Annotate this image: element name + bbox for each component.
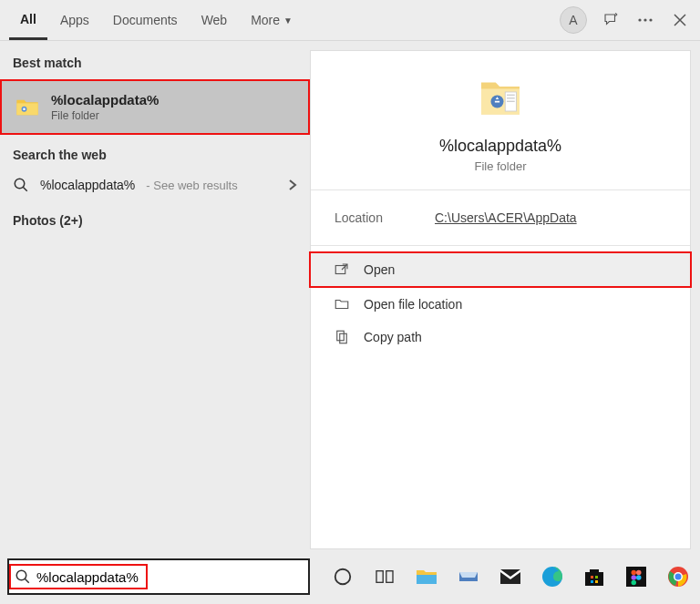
actions-list: Open Open file location Copy path — [311, 246, 690, 359]
taskbar-store-icon[interactable] — [582, 564, 607, 589]
user-avatar[interactable]: A — [560, 6, 587, 34]
svg-rect-22 — [591, 576, 593, 578]
svg-point-34 — [675, 574, 682, 580]
svg-point-27 — [632, 570, 637, 576]
taskbar — [0, 549, 700, 604]
svg-rect-25 — [595, 580, 598, 583]
svg-rect-17 — [386, 571, 393, 583]
svg-point-15 — [335, 569, 351, 585]
taskbar-cortana-icon[interactable] — [330, 564, 355, 589]
svg-rect-24 — [591, 580, 593, 583]
action-open-location[interactable]: Open file location — [311, 288, 690, 321]
svg-rect-11 — [335, 266, 345, 274]
location-path-link[interactable]: C:\Users\ACER\AppData — [435, 210, 577, 225]
chevron-right-icon — [288, 179, 297, 191]
svg-rect-26 — [626, 567, 646, 587]
svg-rect-12 — [337, 331, 345, 341]
open-icon — [333, 261, 351, 279]
close-icon[interactable] — [669, 9, 691, 31]
folder-icon — [15, 95, 40, 120]
chevron-down-icon: ▼ — [283, 15, 293, 26]
web-search-hint: - See web results — [146, 179, 237, 192]
location-label: Location — [335, 210, 435, 225]
photos-header[interactable]: Photos (2+) — [0, 208, 310, 233]
svg-point-1 — [643, 18, 646, 21]
svg-point-0 — [638, 18, 641, 21]
search-icon — [15, 568, 31, 585]
search-icon — [13, 177, 29, 193]
web-search-term: %localappdata% — [40, 178, 135, 192]
feedback-icon[interactable] — [600, 9, 622, 31]
tab-apps[interactable]: Apps — [49, 0, 100, 40]
tab-web[interactable]: Web — [190, 0, 239, 40]
svg-point-14 — [16, 570, 26, 580]
action-copy-path[interactable]: Copy path — [311, 321, 690, 353]
svg-rect-13 — [340, 333, 347, 343]
action-open-location-label: Open file location — [364, 297, 462, 312]
svg-point-30 — [636, 575, 642, 580]
svg-point-29 — [632, 575, 637, 580]
folder-location-icon — [333, 295, 351, 313]
best-match-subtitle: File folder — [51, 109, 159, 122]
best-match-item[interactable]: %localappdata% File folder — [0, 79, 310, 135]
svg-point-28 — [636, 570, 642, 576]
action-open-label: Open — [364, 262, 395, 277]
copy-icon — [333, 328, 351, 346]
svg-rect-9 — [507, 97, 515, 98]
taskbar-figma-icon[interactable] — [623, 564, 649, 589]
taskbar-mail-icon[interactable] — [498, 564, 523, 589]
more-options-icon[interactable] — [634, 9, 656, 31]
tab-all[interactable]: All — [9, 0, 47, 40]
search-box[interactable] — [7, 558, 310, 595]
tab-documents[interactable]: Documents — [102, 0, 189, 40]
search-input[interactable] — [36, 569, 303, 585]
taskbar-edge-icon[interactable] — [540, 564, 565, 589]
svg-rect-23 — [595, 576, 598, 578]
svg-point-31 — [632, 580, 637, 586]
tab-more[interactable]: More▼ — [240, 0, 304, 40]
svg-rect-10 — [507, 101, 515, 102]
top-tab-bar: All Apps Documents Web More▼ A — [0, 0, 700, 41]
svg-rect-8 — [507, 95, 515, 96]
preview-card: %localappdata% File folder Location C:\U… — [310, 50, 691, 549]
preview-title: %localappdata% — [439, 137, 561, 156]
taskbar-chrome-icon[interactable] — [665, 564, 691, 589]
svg-point-2 — [649, 18, 652, 21]
web-search-item[interactable]: %localappdata% - See web results — [0, 168, 310, 202]
results-panel: Best match %localappdata% File folder Se… — [0, 41, 310, 549]
taskbar-teams-icon[interactable] — [456, 564, 481, 589]
preview-subtitle: File folder — [474, 159, 526, 173]
best-match-title: %localappdata% — [51, 92, 159, 107]
taskbar-explorer-icon[interactable] — [414, 564, 439, 589]
svg-rect-16 — [376, 571, 383, 583]
svg-rect-21 — [585, 572, 603, 586]
tab-more-label: More — [251, 13, 280, 27]
action-open[interactable]: Open — [309, 251, 692, 288]
taskbar-taskview-icon[interactable] — [372, 564, 397, 589]
search-web-header: Search the web — [0, 142, 310, 168]
action-copy-path-label: Copy path — [364, 330, 422, 344]
best-match-header: Best match — [0, 50, 310, 76]
svg-point-5 — [15, 179, 25, 189]
svg-rect-4 — [23, 107, 25, 109]
folder-large-icon — [475, 73, 526, 124]
